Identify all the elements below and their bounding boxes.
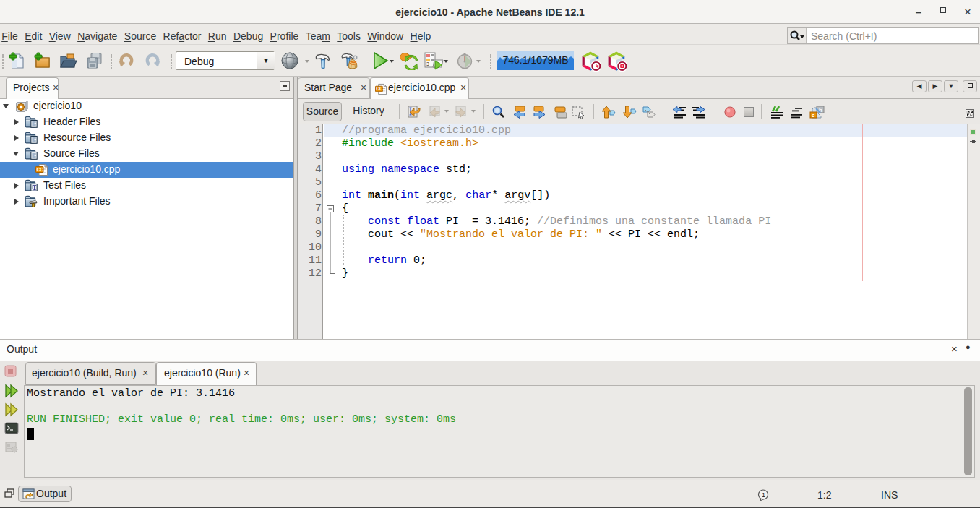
svg-text:3: 3 <box>426 61 429 66</box>
svg-text:CC: CC <box>36 167 43 172</box>
svg-text:1: 1 <box>762 491 765 499</box>
svg-text:CC: CC <box>376 86 383 91</box>
svg-text:c: c <box>812 112 815 119</box>
